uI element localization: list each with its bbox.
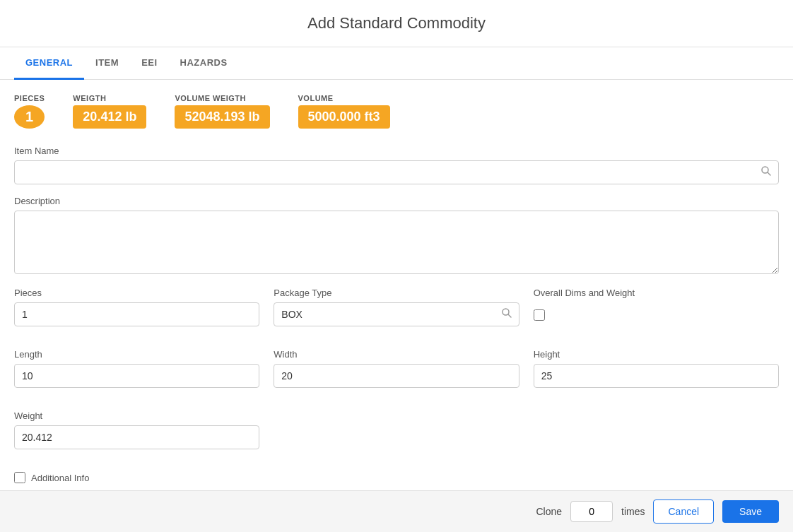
summary-volume: VOLUME 5000.000 ft3 (298, 94, 390, 129)
clone-label: Clone (536, 506, 562, 517)
main-content: PIECES 1 WEIGTH 20.412 lb VOLUME WEIGTH … (0, 80, 793, 532)
save-button[interactable]: Save (722, 500, 779, 523)
svg-line-1 (768, 172, 770, 175)
additional-info-checkbox[interactable] (14, 472, 25, 483)
pieces-summary-label: PIECES (14, 94, 45, 102)
additional-info-label[interactable]: Additional Info (31, 473, 89, 483)
description-label: Description (14, 196, 779, 206)
cancel-button[interactable]: Cancel (653, 500, 714, 524)
width-label: Width (274, 349, 519, 360)
pieces-label: Pieces (14, 288, 259, 298)
weight-summary-value: 20.412 lb (73, 105, 146, 129)
tab-general[interactable]: GENERAL (14, 47, 84, 80)
volume-weight-summary-value: 52048.193 lb (175, 105, 269, 129)
item-name-section: Item Name (14, 146, 779, 184)
overall-dims-section: Overall Dims and Weight (534, 288, 779, 338)
summary-row: PIECES 1 WEIGTH 20.412 lb VOLUME WEIGTH … (14, 94, 779, 129)
pieces-summary-value: 1 (14, 105, 45, 129)
height-input[interactable] (534, 364, 779, 388)
volume-summary-value: 5000.000 ft3 (298, 105, 390, 129)
package-type-label: Package Type (274, 288, 519, 298)
row-weight: Weight (14, 410, 779, 461)
weight-section: Weight (14, 410, 259, 449)
tab-item[interactable]: ITEM (84, 47, 130, 80)
pieces-section: Pieces (14, 288, 259, 326)
volume-weight-summary-label: VOLUME WEIGTH (175, 94, 269, 102)
overall-dims-checkbox-row (534, 309, 779, 321)
length-section: Length (14, 349, 259, 388)
clone-input[interactable] (570, 501, 613, 522)
summary-volume-weight: VOLUME WEIGTH 52048.193 lb (175, 94, 269, 129)
height-label: Height (534, 349, 779, 360)
volume-summary-label: VOLUME (298, 94, 390, 102)
tab-bar: GENERAL ITEM EEI HAZARDS (0, 47, 793, 80)
page-title: Add Standard Commodity (0, 0, 793, 47)
package-type-search-icon[interactable] (501, 307, 512, 321)
item-name-search-icon[interactable] (760, 165, 772, 179)
description-input[interactable] (14, 211, 779, 274)
tab-eei[interactable]: EEI (130, 47, 168, 80)
weight-summary-label: WEIGTH (73, 94, 146, 102)
weight-label: Weight (14, 410, 259, 421)
overall-dims-label: Overall Dims and Weight (534, 288, 779, 298)
item-name-label: Item Name (14, 146, 779, 156)
summary-pieces: PIECES 1 (14, 94, 45, 129)
length-label: Length (14, 349, 259, 360)
width-input[interactable] (274, 364, 519, 388)
package-type-wrapper (274, 302, 519, 326)
width-section: Width (274, 349, 519, 388)
footer: Clone times Cancel Save (0, 490, 793, 532)
svg-line-3 (508, 314, 511, 317)
tab-hazards[interactable]: HAZARDS (169, 47, 239, 80)
pieces-input[interactable] (14, 302, 259, 326)
package-type-input[interactable] (274, 302, 519, 326)
summary-weight: WEIGTH 20.412 lb (73, 94, 146, 129)
additional-info-row: Additional Info (14, 472, 779, 483)
weight-input[interactable] (14, 425, 259, 449)
package-type-section: Package Type (274, 288, 519, 326)
row-dimensions: Length Width Height (14, 349, 779, 399)
item-name-wrapper (14, 160, 779, 184)
times-label: times (621, 506, 645, 517)
overall-dims-checkbox[interactable] (534, 309, 545, 321)
height-section: Height (534, 349, 779, 388)
description-section: Description (14, 196, 779, 276)
item-name-input[interactable] (14, 160, 779, 184)
row-pieces-package-dims: Pieces Package Type Overall Dims and Wei… (14, 288, 779, 338)
length-input[interactable] (14, 364, 259, 388)
